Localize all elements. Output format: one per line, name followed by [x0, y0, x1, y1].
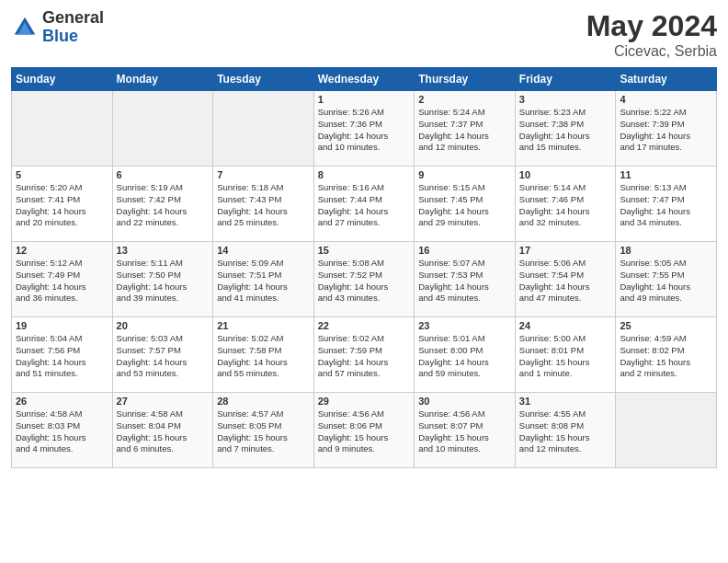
day-number: 13 — [117, 245, 210, 256]
day-number: 23 — [418, 320, 511, 331]
calendar-table: Sunday Monday Tuesday Wednesday Thursday… — [11, 67, 717, 468]
day-info: Sunrise: 5:16 AM Sunset: 7:44 PM Dayligh… — [318, 182, 411, 229]
calendar-cell: 11Sunrise: 5:13 AM Sunset: 7:47 PM Dayli… — [616, 167, 717, 242]
day-number: 2 — [418, 94, 511, 105]
calendar-cell — [12, 91, 113, 167]
day-info: Sunrise: 5:08 AM Sunset: 7:52 PM Dayligh… — [318, 258, 411, 304]
day-info: Sunrise: 5:03 AM Sunset: 7:57 PM Dayligh… — [117, 333, 210, 380]
header-tuesday: Tuesday — [213, 68, 314, 91]
day-number: 7 — [217, 169, 310, 180]
calendar-cell: 20Sunrise: 5:03 AM Sunset: 7:57 PM Dayli… — [112, 317, 213, 393]
days-header-row: Sunday Monday Tuesday Wednesday Thursday… — [12, 68, 717, 91]
title-section: May 2024 Cicevac, Serbia — [586, 9, 717, 60]
day-number: 8 — [318, 169, 411, 180]
logo-blue-text: Blue — [42, 28, 104, 46]
calendar-cell — [112, 91, 213, 167]
day-number: 25 — [620, 320, 712, 331]
header-monday: Monday — [112, 68, 213, 91]
day-info: Sunrise: 5:20 AM Sunset: 7:41 PM Dayligh… — [16, 182, 108, 229]
calendar-cell: 7Sunrise: 5:18 AM Sunset: 7:43 PM Daylig… — [213, 167, 314, 242]
day-number: 27 — [117, 396, 210, 407]
day-number: 15 — [318, 245, 411, 256]
day-number: 11 — [620, 169, 712, 180]
day-info: Sunrise: 4:57 AM Sunset: 8:05 PM Dayligh… — [217, 408, 310, 455]
logo-icon — [11, 14, 39, 41]
calendar-week-1: 1Sunrise: 5:26 AM Sunset: 7:36 PM Daylig… — [12, 91, 717, 167]
header-sunday: Sunday — [12, 68, 113, 91]
day-number: 5 — [16, 169, 108, 180]
day-number: 21 — [217, 320, 310, 331]
day-info: Sunrise: 4:58 AM Sunset: 8:03 PM Dayligh… — [16, 408, 108, 455]
day-info: Sunrise: 5:19 AM Sunset: 7:42 PM Dayligh… — [117, 182, 210, 229]
day-number: 24 — [519, 320, 612, 331]
calendar-cell: 8Sunrise: 5:16 AM Sunset: 7:44 PM Daylig… — [313, 167, 415, 242]
day-number: 17 — [519, 245, 612, 256]
day-number: 26 — [16, 396, 108, 407]
day-info: Sunrise: 5:01 AM Sunset: 8:00 PM Dayligh… — [418, 333, 511, 380]
day-number: 31 — [519, 396, 612, 407]
calendar-cell: 24Sunrise: 5:00 AM Sunset: 8:01 PM Dayli… — [515, 317, 616, 393]
logo-general-text: General — [42, 9, 104, 28]
calendar-cell: 27Sunrise: 4:58 AM Sunset: 8:04 PM Dayli… — [112, 393, 213, 468]
calendar-cell: 10Sunrise: 5:14 AM Sunset: 7:46 PM Dayli… — [515, 167, 616, 242]
calendar-cell: 26Sunrise: 4:58 AM Sunset: 8:03 PM Dayli… — [12, 393, 113, 468]
calendar-cell: 3Sunrise: 5:23 AM Sunset: 7:38 PM Daylig… — [515, 91, 616, 167]
logo-text: General Blue — [42, 9, 104, 46]
day-info: Sunrise: 5:02 AM Sunset: 7:59 PM Dayligh… — [318, 333, 411, 380]
day-info: Sunrise: 4:58 AM Sunset: 8:04 PM Dayligh… — [117, 408, 210, 455]
day-number: 1 — [318, 94, 411, 105]
calendar-cell: 5Sunrise: 5:20 AM Sunset: 7:41 PM Daylig… — [12, 167, 113, 242]
calendar-cell: 17Sunrise: 5:06 AM Sunset: 7:54 PM Dayli… — [515, 242, 616, 317]
day-info: Sunrise: 5:09 AM Sunset: 7:51 PM Dayligh… — [217, 258, 310, 304]
calendar-cell: 22Sunrise: 5:02 AM Sunset: 7:59 PM Dayli… — [313, 317, 415, 393]
day-info: Sunrise: 5:15 AM Sunset: 7:45 PM Dayligh… — [418, 182, 511, 229]
calendar-week-5: 26Sunrise: 4:58 AM Sunset: 8:03 PM Dayli… — [12, 393, 717, 468]
calendar-cell — [616, 393, 717, 468]
calendar-cell: 29Sunrise: 4:56 AM Sunset: 8:06 PM Dayli… — [313, 393, 415, 468]
calendar-week-4: 19Sunrise: 5:04 AM Sunset: 7:56 PM Dayli… — [12, 317, 717, 393]
calendar-cell: 15Sunrise: 5:08 AM Sunset: 7:52 PM Dayli… — [313, 242, 415, 317]
day-info: Sunrise: 4:56 AM Sunset: 8:06 PM Dayligh… — [318, 408, 411, 455]
day-number: 20 — [117, 320, 210, 331]
calendar-cell: 21Sunrise: 5:02 AM Sunset: 7:58 PM Dayli… — [213, 317, 314, 393]
header-thursday: Thursday — [415, 68, 516, 91]
day-number: 16 — [418, 245, 511, 256]
month-year: May 2024 — [586, 9, 717, 43]
day-info: Sunrise: 5:14 AM Sunset: 7:46 PM Dayligh… — [519, 182, 612, 229]
day-number: 19 — [16, 320, 108, 331]
day-number: 6 — [117, 169, 210, 180]
calendar-cell: 16Sunrise: 5:07 AM Sunset: 7:53 PM Dayli… — [415, 242, 516, 317]
calendar-week-3: 12Sunrise: 5:12 AM Sunset: 7:49 PM Dayli… — [12, 242, 717, 317]
day-info: Sunrise: 5:18 AM Sunset: 7:43 PM Dayligh… — [217, 182, 310, 229]
day-number: 10 — [519, 169, 612, 180]
day-info: Sunrise: 5:22 AM Sunset: 7:39 PM Dayligh… — [620, 107, 712, 154]
day-number: 12 — [16, 245, 108, 256]
day-info: Sunrise: 5:26 AM Sunset: 7:36 PM Dayligh… — [318, 107, 411, 154]
logo: General Blue — [11, 9, 104, 46]
header: General Blue May 2024 Cicevac, Serbia — [11, 9, 717, 60]
day-info: Sunrise: 5:02 AM Sunset: 7:58 PM Dayligh… — [217, 333, 310, 380]
day-info: Sunrise: 5:04 AM Sunset: 7:56 PM Dayligh… — [16, 333, 108, 380]
calendar-cell: 14Sunrise: 5:09 AM Sunset: 7:51 PM Dayli… — [213, 242, 314, 317]
day-info: Sunrise: 4:55 AM Sunset: 8:08 PM Dayligh… — [519, 408, 612, 455]
calendar-cell: 25Sunrise: 4:59 AM Sunset: 8:02 PM Dayli… — [616, 317, 717, 393]
calendar-cell — [213, 91, 314, 167]
day-info: Sunrise: 5:23 AM Sunset: 7:38 PM Dayligh… — [519, 107, 612, 154]
location: Cicevac, Serbia — [586, 43, 717, 60]
header-friday: Friday — [515, 68, 616, 91]
calendar-body: 1Sunrise: 5:26 AM Sunset: 7:36 PM Daylig… — [12, 91, 717, 468]
day-number: 3 — [519, 94, 612, 105]
day-info: Sunrise: 5:11 AM Sunset: 7:50 PM Dayligh… — [117, 258, 210, 304]
calendar-cell: 18Sunrise: 5:05 AM Sunset: 7:55 PM Dayli… — [616, 242, 717, 317]
day-number: 18 — [620, 245, 712, 256]
page-container: General Blue May 2024 Cicevac, Serbia Su… — [0, 0, 728, 477]
day-info: Sunrise: 5:07 AM Sunset: 7:53 PM Dayligh… — [418, 258, 511, 304]
calendar-cell: 9Sunrise: 5:15 AM Sunset: 7:45 PM Daylig… — [415, 167, 516, 242]
header-saturday: Saturday — [616, 68, 717, 91]
day-info: Sunrise: 5:06 AM Sunset: 7:54 PM Dayligh… — [519, 258, 612, 304]
day-number: 29 — [318, 396, 411, 407]
calendar-header: Sunday Monday Tuesday Wednesday Thursday… — [12, 68, 717, 91]
calendar-cell: 23Sunrise: 5:01 AM Sunset: 8:00 PM Dayli… — [415, 317, 516, 393]
day-info: Sunrise: 5:05 AM Sunset: 7:55 PM Dayligh… — [620, 258, 712, 304]
day-info: Sunrise: 4:56 AM Sunset: 8:07 PM Dayligh… — [418, 408, 511, 455]
